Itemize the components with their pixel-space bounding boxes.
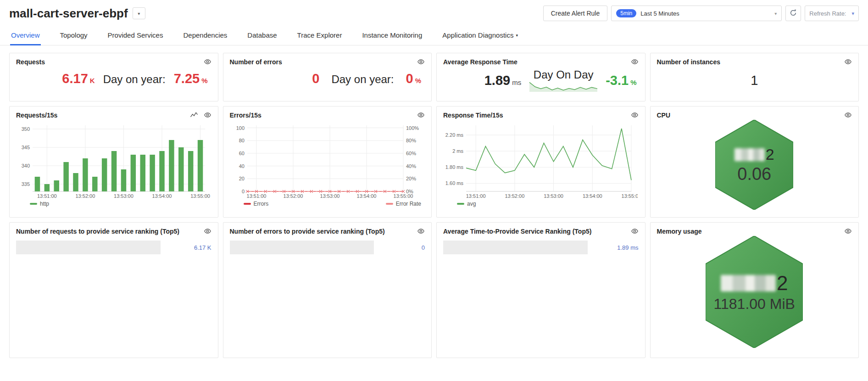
tab-label: Topology [60,31,88,39]
requests-compare-unit: % [201,77,207,84]
eye-icon[interactable] [844,58,852,66]
errors-per-15s-card: Errors/15s 0204060801000%20%40%60%80%100… [223,106,432,218]
compare-label: Day on year: [103,73,166,86]
response-time-ranking-card: Average Time-to-Provide Service Ranking … [436,222,645,358]
refresh-rate-label: Refresh Rate: [809,10,846,17]
svg-text:80%: 80% [406,138,416,143]
line-chart-icon[interactable] [190,112,198,118]
ranking-row: 1.89 ms [443,241,639,254]
requests-value: 6.17 [62,71,88,86]
eye-icon[interactable] [204,58,211,66]
response-time-line-chart: 1.60 ms1.80 ms2 ms2.20 ms13:51:0013:52:0… [443,121,638,200]
ranking-bar[interactable] [16,241,161,254]
time-range-select[interactable]: 5min Last 5 Minutes ▾ [611,6,782,21]
eye-icon[interactable] [417,227,425,235]
legend-label-http[interactable]: http [40,201,49,207]
eye-icon[interactable] [204,111,211,119]
chart-legend: Errors [244,201,269,207]
ranking-bar[interactable] [443,241,588,254]
ranking-row: 6.17 K [16,241,211,254]
svg-text:13:51:00: 13:51:00 [246,193,266,199]
legend-label-avg[interactable]: avg [467,201,476,207]
tab-label: Provided Services [108,31,163,39]
top-bar: mall-cart-server-ebpf ▾ Create Alert Rul… [0,0,868,23]
response-time-value: 1.89 [484,73,510,88]
requests-compare-value: 7.25 [174,71,200,86]
eye-icon[interactable] [417,58,425,66]
tab-label: Application Diagnostics [442,31,513,39]
card-title: Number of instances [657,58,720,66]
ranking-bar[interactable] [230,241,374,254]
svg-text:60: 60 [239,151,244,156]
card-title: Number of errors [230,58,282,66]
instances-value: 1 [657,73,852,88]
tab-provided-services[interactable]: Provided Services [107,27,164,45]
legend-label-error-rate[interactable]: Error Rate [396,201,421,207]
svg-text:13:52:00: 13:52:00 [283,193,303,199]
legend-swatch [244,203,251,205]
tab-label: Dependencies [183,31,227,39]
refresh-button[interactable] [785,6,801,21]
eye-icon[interactable] [417,111,425,119]
memory-hexagon[interactable]: 2 1181.00 MiB [657,236,852,348]
eye-icon[interactable] [631,58,639,66]
svg-text:13:53:00: 13:53:00 [544,193,563,199]
response-time-per-15s-card: Response Time/15s 1.60 ms1.80 ms2 ms2.20… [436,106,645,218]
tab-database[interactable]: Database [246,27,278,45]
eye-icon[interactable] [204,227,211,235]
svg-text:1.60 ms: 1.60 ms [445,180,464,186]
tab-trace-explorer[interactable]: Trace Explorer [296,27,343,45]
instances-card: Number of instances 1 [650,53,859,101]
requests-bar-chart: 33534034535013:51:0013:52:0013:53:0013:5… [16,121,211,200]
eye-icon[interactable] [844,111,852,119]
errors-compare-unit: % [415,77,421,84]
legend-label-errors[interactable]: Errors [254,201,269,207]
eye-icon[interactable] [631,111,639,119]
tab-dependencies[interactable]: Dependencies [182,27,228,45]
eye-icon[interactable] [631,227,639,235]
requests-ranking-card: Number of requests to provide service ra… [9,222,218,358]
card-title: CPU [657,112,671,119]
response-compare-unit: % [630,78,636,86]
cpu-value: 0.06 [737,164,771,184]
svg-text:100%: 100% [406,125,419,131]
memory-value: 1181.00 MiB [714,296,795,313]
chart-legend: http [30,201,211,207]
card-title: Number of errors to provide service rank… [230,228,385,235]
create-alert-rule-button[interactable]: Create Alert Rule [543,6,608,21]
svg-text:13:54:00: 13:54:00 [583,193,602,199]
refresh-rate-select[interactable]: Refresh Rate: ▾ [805,6,859,21]
svg-text:20%: 20% [406,176,416,181]
svg-text:20: 20 [239,176,244,181]
svg-text:13:53:00: 13:53:00 [320,193,339,199]
eye-icon[interactable] [844,227,852,235]
tab-instance-monitoring[interactable]: Instance Monitoring [361,27,423,45]
svg-text:1.80 ms: 1.80 ms [445,164,464,170]
card-title: Response Time/15s [443,112,503,119]
cpu-hexagon[interactable]: 2 0.06 [657,120,852,210]
redacted-text [721,275,776,291]
memory-usage-card: Memory usage 2 1181.00 MiB [650,222,859,358]
card-title: Memory usage [657,228,702,235]
tab-application-diagnostics[interactable]: Application Diagnostics▾ [441,27,519,45]
svg-text:40%: 40% [406,163,416,169]
tab-topology[interactable]: Topology [59,27,89,45]
tab-overview[interactable]: Overview [10,27,41,45]
svg-text:13:54:00: 13:54:00 [152,193,172,199]
legend-swatch [457,203,464,205]
ranking-row: 0 [230,241,425,254]
svg-text:13:53:00: 13:53:00 [114,193,134,199]
cpu-label-suffix: 2 [766,146,774,163]
svg-text:2 ms: 2 ms [452,148,463,154]
refresh-icon [790,9,797,18]
card-title: Requests [16,58,45,66]
service-switcher-dropdown[interactable]: ▾ [133,7,145,19]
tab-label: Database [247,31,277,39]
card-title: Average Response Time [443,58,517,66]
svg-text:13:51:00: 13:51:00 [466,193,486,199]
svg-text:80: 80 [239,138,244,143]
svg-text:13:55:00: 13:55:00 [393,193,413,199]
legend-swatch [386,203,393,205]
errors-line-chart: 0204060801000%20%40%60%80%100%13:51:0013… [230,121,424,200]
svg-text:340: 340 [22,163,30,168]
